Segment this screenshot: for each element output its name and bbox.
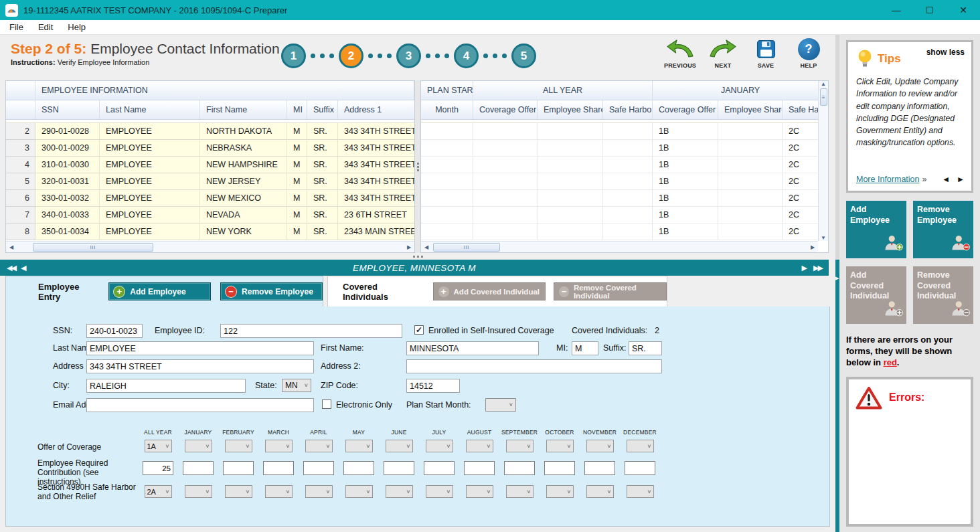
cell[interactable] xyxy=(473,224,538,240)
cell[interactable] xyxy=(473,157,538,173)
table-row[interactable]: 1B2C xyxy=(421,140,828,157)
contribution-field-january[interactable] xyxy=(183,461,214,475)
cell[interactable]: NEW MEXICO xyxy=(200,190,287,207)
table-row[interactable]: 6330-01-0032EMPLOYEENEW MEXICOMSR.343 34… xyxy=(6,190,414,207)
cell[interactable] xyxy=(603,157,653,173)
scroll-right-icon[interactable]: ▶ xyxy=(404,244,414,250)
cell[interactable]: M xyxy=(287,157,307,173)
cell[interactable]: 343 34TH STREET xyxy=(338,123,414,140)
table-row[interactable]: 1B2C xyxy=(421,157,828,173)
cell[interactable]: SR. xyxy=(307,173,338,190)
zip-field[interactable] xyxy=(406,379,460,393)
cell[interactable]: SR. xyxy=(307,140,338,157)
first-name-field[interactable] xyxy=(406,341,539,355)
cell[interactable]: 2343 MAIN STREET xyxy=(338,224,414,240)
table-row[interactable]: 1B2C xyxy=(421,123,828,140)
column-header[interactable]: Coverage Offer xyxy=(653,100,718,119)
cell[interactable] xyxy=(473,173,538,190)
menu-item-help[interactable]: Help xyxy=(68,22,86,32)
cell[interactable] xyxy=(718,207,783,224)
cell[interactable] xyxy=(473,207,538,224)
scroll-right-icon[interactable]: ▶ xyxy=(807,244,818,250)
cell[interactable] xyxy=(718,173,783,190)
column-header[interactable]: Month xyxy=(421,100,473,119)
cell[interactable] xyxy=(421,173,473,190)
address1-field[interactable] xyxy=(86,359,314,373)
coverage-select-november[interactable]: ˅ xyxy=(586,440,614,452)
coverage-select-december[interactable]: ˅ xyxy=(627,485,654,498)
email-field[interactable] xyxy=(86,398,314,412)
state-select[interactable]: MN˅ xyxy=(282,379,311,392)
previous-button[interactable]: PREVIOUS xyxy=(661,38,699,69)
column-header[interactable]: First Name xyxy=(200,100,287,119)
cell[interactable]: 1B xyxy=(653,224,718,240)
table-row[interactable]: 8350-01-0034EMPLOYEENEW YORKMSR.2343 MAI… xyxy=(6,224,414,240)
scroll-left-icon[interactable]: ◀ xyxy=(421,244,432,250)
coverage-select-april[interactable]: ˅ xyxy=(305,440,333,452)
row-number[interactable]: 2 xyxy=(6,123,35,140)
save-button[interactable]: SAVE xyxy=(747,38,785,69)
cell[interactable] xyxy=(538,157,603,173)
remove-covered-individual-button[interactable]: Remove Covered Individual xyxy=(913,266,973,324)
column-header[interactable]: Address 1 xyxy=(338,100,414,119)
employee-grid-hscrollbar[interactable]: ◀ lll ▶ xyxy=(6,241,414,252)
cell[interactable]: 330-01-0032 xyxy=(35,190,100,207)
remove-employee-button[interactable]: Remove Employee xyxy=(913,201,973,258)
add-covered-individual-button[interactable]: Add Covered Individual xyxy=(846,266,906,324)
table-row[interactable]: 1B2C xyxy=(421,190,828,207)
previous-record-icon[interactable]: ◀ xyxy=(21,264,27,272)
column-header[interactable]: Coverage Offer xyxy=(473,100,538,119)
cell[interactable] xyxy=(421,207,473,224)
add-employee-button[interactable]: + Add Employee xyxy=(108,282,211,300)
cell[interactable] xyxy=(718,123,783,140)
cell[interactable]: EMPLOYEE xyxy=(100,123,200,140)
coverage-select-december[interactable]: ˅ xyxy=(627,440,654,452)
enrolled-self-insured-checkbox[interactable]: ✓ xyxy=(414,325,424,335)
column-header[interactable]: Suffix xyxy=(307,100,338,119)
cell[interactable]: M xyxy=(287,140,307,157)
scroll-left-icon[interactable]: ◀ xyxy=(6,244,17,250)
cell[interactable]: 1B xyxy=(653,207,718,224)
row-number[interactable]: 5 xyxy=(6,173,35,190)
column-header[interactable]: Safe Harbor xyxy=(603,100,653,119)
coverage-select-march[interactable]: ˅ xyxy=(265,440,293,452)
cell[interactable]: 340-01-0033 xyxy=(35,207,100,224)
close-icon[interactable]: ✕ xyxy=(947,0,980,20)
collapse-arrow-icon[interactable]: ▶ xyxy=(835,276,839,281)
contribution-field-all-year[interactable] xyxy=(143,461,173,475)
coverage-select-october[interactable]: ˅ xyxy=(546,485,574,498)
cell[interactable]: NEBRASKA xyxy=(200,140,287,157)
coverage-select-november[interactable]: ˅ xyxy=(586,485,614,498)
more-information-link[interactable]: More Information xyxy=(856,175,919,184)
contribution-field-december[interactable] xyxy=(625,461,655,475)
cell[interactable]: 1B xyxy=(653,190,718,207)
cell[interactable]: 320-01-0031 xyxy=(35,173,100,190)
table-row[interactable]: 4310-01-0030EMPLOYEENEW HAMPSHIREMSR.343… xyxy=(6,157,414,173)
coverage-select-october[interactable]: ˅ xyxy=(546,440,574,452)
coverage-select-august[interactable]: ˅ xyxy=(466,440,493,452)
show-less-link[interactable]: show less xyxy=(926,48,965,57)
cell[interactable]: EMPLOYEE xyxy=(100,140,200,157)
coverage-select-september[interactable]: ˅ xyxy=(506,440,534,452)
electronic-only-checkbox[interactable] xyxy=(322,400,331,409)
cell[interactable]: SR. xyxy=(307,224,338,240)
tips-back-icon[interactable]: ◄ xyxy=(942,175,950,184)
cell[interactable]: EMPLOYEE xyxy=(100,157,200,173)
ssn-field[interactable] xyxy=(86,324,143,338)
cell[interactable]: SR. xyxy=(307,157,338,173)
cell[interactable]: EMPLOYEE xyxy=(100,224,200,240)
cell[interactable] xyxy=(421,123,473,140)
cell[interactable]: NEW JERSEY xyxy=(200,173,287,190)
cell[interactable]: M xyxy=(287,190,307,207)
cell[interactable] xyxy=(718,190,783,207)
cell[interactable] xyxy=(718,140,783,157)
column-header[interactable]: Employee Share xyxy=(718,100,783,119)
cell[interactable] xyxy=(718,224,783,240)
cell[interactable] xyxy=(421,224,473,240)
hscroll-thumb[interactable]: lll xyxy=(33,243,153,252)
cell[interactable] xyxy=(603,190,653,207)
contribution-field-july[interactable] xyxy=(424,461,455,475)
cell[interactable]: 23 6TH STREET xyxy=(338,207,414,224)
coverage-select-all-year[interactable]: 2A˅ xyxy=(145,485,172,498)
cell[interactable]: 290-01-0028 xyxy=(35,123,100,140)
